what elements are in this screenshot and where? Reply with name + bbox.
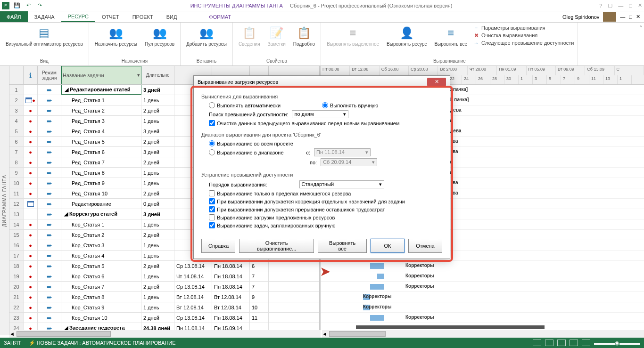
doc-restore-icon[interactable]: □ <box>629 14 632 20</box>
from-label: с: <box>306 150 311 155</box>
ribbon-options-icon[interactable]: ▢ <box>608 2 612 8</box>
find-over-label: Поиск превышений доступности: <box>209 112 288 117</box>
from-date-combo: Пн 11.08.14▾ <box>314 148 371 156</box>
visual-optimizer-button[interactable]: ▤ Визуальный оптимизатор ресурсов <box>4 24 85 48</box>
doc-close-icon[interactable]: ✕ <box>636 14 640 20</box>
cancel-button[interactable]: Отмена <box>408 239 442 253</box>
undo-icon[interactable]: ↶ <box>25 2 32 9</box>
status-busy: ЗАНЯТ <box>4 340 21 346</box>
order-label: Порядок выравнивания: <box>209 182 267 187</box>
leveling-options-button[interactable]: ≡Параметры выравнивания <box>473 24 574 31</box>
user-name[interactable]: Oleg Spiridonov <box>562 14 599 20</box>
cb-proposed-res[interactable]: Выравнивание загрузки предложенных ресур… <box>209 214 335 220</box>
group-props-label: Свойства <box>237 58 317 64</box>
details-button[interactable]: 📋Подробно <box>291 24 317 48</box>
radio-whole-project[interactable]: Выравнивание во всем проекте <box>209 140 293 146</box>
table-row[interactable]: 19●➨Кор_Статья 61 деньЧт 14.08.14Пн 18.0… <box>9 271 319 282</box>
status-bar: ЗАНЯТ ⚡ НОВЫЕ ЗАДАЧИ : АВТОМАТИЧЕСКОЕ ПЛ… <box>0 338 644 348</box>
leveling-dialog: Выравнивание загрузки ресурсов ✕ Вычисле… <box>193 75 450 259</box>
ribbon: ▤ Визуальный оптимизатор ресурсов Вид 👥 … <box>0 23 644 66</box>
table-row[interactable]: 22●➨Кор_Статья 91 деньВт 12.08.14Вт 12.0… <box>9 302 319 313</box>
col-rownum[interactable] <box>9 66 24 84</box>
view-network-icon[interactable] <box>570 340 578 346</box>
to-label: по: <box>310 160 317 165</box>
to-date-combo: Сб 20.09.14▾ <box>321 158 377 166</box>
add-resources-button[interactable]: 👥 Добавить ресурсы <box>184 24 229 48</box>
app-icon: P <box>2 2 9 9</box>
minimize-icon[interactable]: — <box>618 3 623 8</box>
ribbon-tabs: ФАЙЛ ЗАДАЧА РЕСУРС ОТЧЕТ ПРОЕКТ ВИД ФОРМ… <box>0 11 644 23</box>
col-duration[interactable]: Длительнс <box>141 66 174 84</box>
tab-file[interactable]: ФАЙЛ <box>0 11 28 22</box>
checkbox-clear-prev[interactable]: Очистка данных предыдущего выравнивания … <box>209 120 400 126</box>
zoom-slider[interactable]: ▬▬▬▬◉▬▬▬▬ <box>594 340 640 346</box>
col-info[interactable]: ℹ <box>24 66 38 84</box>
tab-view[interactable]: ВИД <box>160 11 184 22</box>
view-resource-icon[interactable] <box>582 340 590 346</box>
dlg-section-resolve: Устранение превышений доступности <box>201 172 442 178</box>
tab-project[interactable]: ПРОЕКТ <box>126 11 160 22</box>
radio-auto[interactable]: Выполнять автоматически <box>209 102 281 108</box>
table-row[interactable]: 21●➨Кор_Статья 81 деньВт 12.08.14Вт 12.0… <box>9 292 319 302</box>
cb-slack-only[interactable]: Выравнивание только в пределах имеющегос… <box>209 190 351 196</box>
collapse-ribbon-icon[interactable]: ^ <box>638 23 644 65</box>
assign-resources-button[interactable]: 👥 Назначить ресурсы <box>93 24 139 48</box>
document-title: Сборник_6 - Project профессиональный (Оз… <box>290 3 452 8</box>
dialog-title: Выравнивание загрузки ресурсов <box>198 79 278 85</box>
level-all-button[interactable]: Выровнять все <box>318 239 367 253</box>
col-name[interactable]: Название задачи ▾ <box>61 66 141 84</box>
order-combo[interactable]: Стандартный▾ <box>299 180 384 188</box>
clear-leveling-button[interactable]: Очистить выравнивание... <box>239 239 314 253</box>
close-icon[interactable]: ✕ <box>638 2 642 8</box>
tab-report[interactable]: ОТЧЕТ <box>95 11 126 22</box>
redo-icon[interactable]: ↷ <box>36 2 43 9</box>
status-newtasks[interactable]: ⚡ НОВЫЕ ЗАДАЧИ : АВТОМАТИЧЕСКОЕ ПЛАНИРОВ… <box>29 340 176 346</box>
view-calendar-icon[interactable] <box>557 340 566 346</box>
tab-task[interactable]: ЗАДАЧА <box>28 11 61 22</box>
dlg-section-range: Диапазон выравнивания для проекта 'Сборн… <box>201 132 442 138</box>
table-row[interactable]: 20●➨Кор_Статья 72 днейСр 13.08.14Пн 18.0… <box>9 282 319 292</box>
group-assign-label: Назначения <box>93 58 176 64</box>
level-resource-button[interactable]: 👤Выровнять ресурс <box>385 24 429 48</box>
dialog-close-button[interactable]: ✕ <box>427 78 446 86</box>
table-row[interactable]: 23●➨Кор_Статья 102 днейСр 13.08.14Пн 18.… <box>9 313 319 323</box>
clear-leveling-button[interactable]: ✖Очистка выравнивания <box>473 32 574 39</box>
tab-resource[interactable]: РЕСУРС <box>61 11 95 22</box>
table-row[interactable]: 18●➨Кор_Статья 52 днейСр 13.08.14Пн 18.0… <box>9 261 319 271</box>
info-button: 📋Сведения <box>237 24 262 48</box>
help-icon[interactable]: ? <box>599 3 602 8</box>
view-gantt-icon[interactable] <box>533 340 541 346</box>
view-usage-icon[interactable] <box>545 340 553 346</box>
radio-manual[interactable]: Выполнять вручную <box>322 102 378 108</box>
gantt-hscroll[interactable]: ◄ <box>322 330 644 338</box>
radio-date-range[interactable]: Выравнивание в диапазоне <box>209 149 284 155</box>
cb-adjust-assign[interactable]: При выравнивании допускается коррекция о… <box>209 198 405 204</box>
level-selection-button: ≡Выровнять выделенное <box>325 24 381 48</box>
group-level-label: Выравнивание <box>325 58 574 64</box>
level-all-button[interactable]: ≡Выровнять все <box>432 24 469 48</box>
find-over-combo[interactable]: по дням▾ <box>292 110 348 118</box>
user-avatar[interactable] <box>603 12 616 22</box>
cb-split-remaining[interactable]: При выравнивании допускается прерывание … <box>209 206 385 212</box>
group-insert-label: Вставить <box>184 58 229 64</box>
doc-minimize-icon[interactable]: — <box>620 14 625 20</box>
ok-button[interactable]: ОК <box>371 239 405 253</box>
help-button[interactable]: Справка <box>201 239 235 253</box>
save-icon[interactable]: 💾 <box>13 2 21 9</box>
group-view-label: Вид <box>4 58 85 64</box>
next-overallocation-button[interactable]: →Следующее превышение доступности <box>473 40 574 46</box>
col-mode[interactable]: Режим задачи <box>38 66 61 84</box>
dlg-section-calc: Вычисления для выравнивания <box>201 94 442 99</box>
tab-format[interactable]: ФОРМАТ <box>202 11 238 22</box>
contextual-tab-label: ИНСТРУМЕНТЫ ДИАГРАММЫ ГАНТА <box>190 3 283 8</box>
resource-pool-button[interactable]: 👥 Пул ресурсов <box>143 24 176 48</box>
title-bar: P 💾 ↶ ↷ ИНСТРУМЕНТЫ ДИАГРАММЫ ГАНТА Сбор… <box>0 0 644 11</box>
cb-manual-tasks[interactable]: Выравнивание задач, запланированных вруч… <box>209 222 336 228</box>
view-label-sidebar: ДИАГРАММА ГАНТА <box>0 66 9 335</box>
grid-hscroll[interactable]: ◄ <box>9 330 321 338</box>
maximize-icon[interactable]: □ <box>629 3 632 8</box>
notes-button: 📝Заметки <box>266 24 288 48</box>
